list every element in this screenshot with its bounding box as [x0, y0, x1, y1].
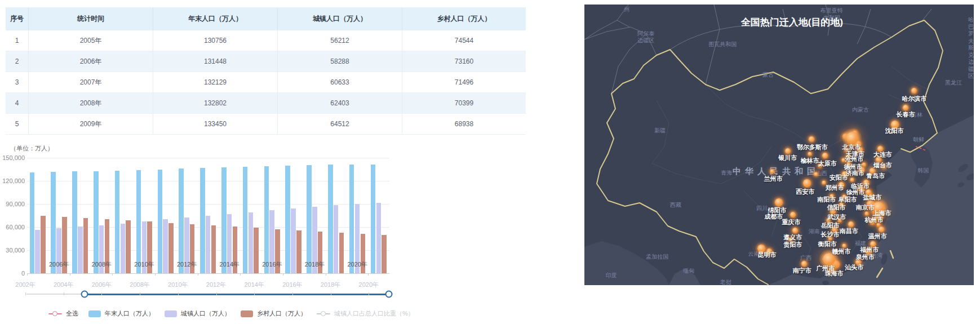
legend-item[interactable]: 城镇人口（万人） — [165, 309, 230, 318]
bar-年末人口（万人）[interactable] — [136, 170, 141, 273]
city-label: 南京市 — [856, 203, 875, 212]
city-label: 汕头市 — [845, 263, 863, 272]
city-label: 长春市 — [897, 110, 915, 119]
bar-乡村人口（万人）[interactable] — [211, 225, 216, 273]
bar-城镇人口（万人）[interactable] — [78, 227, 83, 273]
legend-item[interactable]: 乡村人口（万人） — [241, 309, 307, 318]
table-cell: 130756 — [153, 30, 278, 51]
datazoom-selected-range[interactable] — [85, 294, 389, 295]
bar-年末人口（万人）[interactable] — [51, 172, 56, 273]
table-cell: 74544 — [402, 30, 526, 51]
hainan-island — [822, 281, 829, 285]
bar-乡村人口（万人）[interactable] — [41, 216, 46, 273]
region-label: 图瓦共和国 — [708, 41, 737, 48]
city-label: 沈阳市 — [885, 127, 904, 135]
region-label: 老挝 — [720, 279, 731, 285]
bar-城镇人口（万人）[interactable] — [291, 208, 296, 273]
bar-年末人口（万人）[interactable] — [243, 167, 248, 273]
bar-年末人口（万人）[interactable] — [264, 166, 269, 273]
datazoom-left-handle[interactable] — [81, 291, 88, 298]
city-label: 岳阳市 — [821, 221, 840, 229]
bar-乡村人口（万人）[interactable] — [83, 218, 88, 273]
map-geography — [584, 5, 974, 285]
table-cell: 71496 — [402, 72, 526, 92]
table-cell: 58288 — [278, 51, 402, 72]
bar-城镇人口（万人）[interactable] — [206, 216, 211, 273]
bar-城镇人口（万人）[interactable] — [334, 205, 339, 273]
x-axis-tick — [155, 273, 156, 276]
region-label: 蒙古 — [762, 72, 774, 79]
heat-dot[interactable] — [770, 169, 774, 173]
bar-乡村人口（万人）[interactable] — [168, 223, 174, 273]
heat-dot[interactable] — [850, 178, 854, 182]
bar-城镇人口（万人）[interactable] — [376, 203, 382, 273]
china-migration-map[interactable]: 全国热门迁入地(目的地) 蒙古内蒙古黑龙江吉林朝鲜韩国新疆青海西藏山西四川云南广… — [584, 5, 974, 285]
x-axis-tick — [240, 273, 241, 276]
bar-年末人口（万人）[interactable] — [285, 166, 290, 273]
x-axis-tick-label: 2018年 — [305, 260, 325, 269]
bar-城镇人口（万人）[interactable] — [163, 219, 168, 273]
bar-乡村人口（万人）[interactable] — [382, 235, 387, 273]
heat-dot[interactable] — [864, 212, 868, 216]
legend-swatch-icon — [165, 310, 177, 317]
table-cell: 73160 — [402, 51, 526, 72]
heat-dot[interactable] — [822, 153, 828, 158]
heat-dot[interactable] — [803, 179, 811, 187]
table-row[interactable]: 52009年1334506451268938 — [6, 114, 526, 135]
bar-乡村人口（万人）[interactable] — [296, 230, 301, 273]
india-area — [584, 241, 669, 285]
x-axis-tick — [112, 273, 113, 276]
heat-dot[interactable] — [790, 212, 796, 218]
bar-年末人口（万人）[interactable] — [371, 165, 376, 273]
datazoom-right-handle[interactable] — [385, 291, 393, 298]
bar-乡村人口（万人）[interactable] — [339, 233, 344, 273]
table-cell: 131448 — [153, 51, 278, 72]
datazoom-label: 2014年 — [244, 281, 264, 289]
table-row[interactable]: 12005年1307565621274544 — [6, 30, 526, 51]
table-header-cell: 城镇人口（万人） — [278, 7, 402, 30]
legend-item[interactable]: 年末人口（万人） — [88, 309, 154, 318]
table-cell: 60633 — [278, 72, 402, 92]
legend-label: 年末人口（万人） — [105, 309, 154, 318]
region-label: 四川 — [756, 205, 768, 212]
table-cell: 1 — [6, 30, 29, 51]
legend-label: 全选 — [66, 309, 78, 318]
x-axis-tick-label: 2012年 — [177, 260, 197, 269]
x-axis-tick-label: 2006年 — [49, 260, 69, 269]
bar-乡村人口（万人）[interactable] — [254, 228, 259, 273]
legend-item[interactable]: 城镇人口占总人口比重（%） — [317, 309, 414, 318]
datazoom-tick — [331, 292, 331, 295]
heat-dot[interactable] — [809, 136, 814, 142]
bar-年末人口（万人）[interactable] — [158, 170, 163, 273]
table-cell: 68938 — [402, 114, 526, 134]
datazoom-tick — [140, 292, 140, 295]
bar-年末人口（万人）[interactable] — [94, 171, 99, 273]
bar-年末人口（万人）[interactable] — [200, 168, 205, 273]
legend-label: 城镇人口占总人口比重（%） — [334, 309, 414, 318]
bar-城镇人口（万人）[interactable] — [121, 224, 126, 273]
table-row[interactable]: 22006年1314485828873160 — [6, 51, 526, 72]
bar-年末人口（万人）[interactable] — [72, 171, 77, 273]
table-row[interactable]: 32007年1321296063371496 — [6, 72, 526, 93]
bar-城镇人口（万人）[interactable] — [35, 230, 40, 273]
heat-dot[interactable] — [814, 172, 818, 176]
table-header-cell: 序号 — [6, 7, 29, 30]
bar-年末人口（万人）[interactable] — [221, 167, 227, 273]
bar-乡村人口（万人）[interactable] — [126, 220, 131, 273]
bar-年末人口（万人）[interactable] — [179, 168, 184, 273]
heat-dot[interactable] — [775, 198, 783, 206]
bar-年末人口（万人）[interactable] — [328, 165, 333, 273]
bar-年末人口（万人）[interactable] — [30, 172, 35, 273]
heat-dot[interactable] — [911, 88, 917, 94]
table-row[interactable]: 42008年1328026240370399 — [6, 93, 526, 114]
table-cell: 2006年 — [29, 51, 153, 72]
bar-城镇人口（万人）[interactable] — [249, 212, 254, 273]
legend-item[interactable]: 全选 — [48, 309, 78, 318]
bar-年末人口（万人）[interactable] — [307, 165, 312, 273]
city-label: 银川市 — [778, 153, 797, 162]
bar-年末人口（万人）[interactable] — [115, 171, 120, 273]
heat-dot[interactable] — [808, 152, 812, 156]
city-label: 兰州市 — [764, 174, 783, 183]
chart-legend: 全选年末人口（万人）城镇人口（万人）乡村人口（万人）城镇人口占总人口比重（%） — [48, 309, 414, 318]
bar-年末人口（万人）[interactable] — [349, 165, 354, 273]
